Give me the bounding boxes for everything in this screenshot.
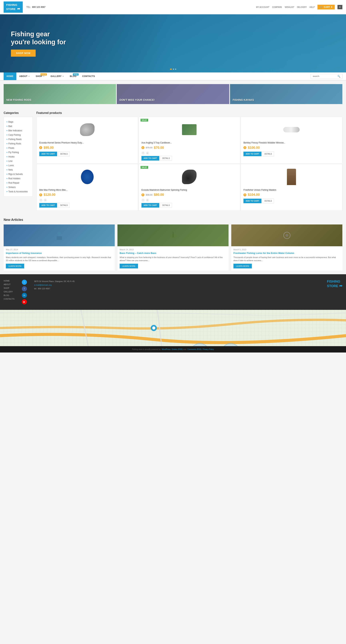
wishlist-icon-4[interactable]: ♡ [39,198,43,202]
footer-nav-shop[interactable]: SHOP [4,287,15,289]
category-hooks[interactable]: Hooks [7,154,30,159]
learn-more-button-2[interactable]: LEARN MORE [120,264,138,268]
category-bite-indicators[interactable]: Bite Indicators [7,128,30,133]
hero-title: Fishing gear you're looking for [11,30,66,46]
details-button-6[interactable]: DETAILS [263,198,274,204]
wishlist-icon-5[interactable]: ♡ [141,198,145,202]
cart-dropdown-button[interactable]: ▼ [337,5,342,9]
top-bar-right: MY ACCOUNT COMPARE WISHLIST DELIVERY HEL… [256,5,342,10]
comments-rss-link[interactable]: Comments (RSS) [187,348,202,350]
nav-home[interactable]: HOME [4,72,16,80]
my-account-link[interactable]: MY ACCOUNT [256,6,269,8]
category-rigs-swivels[interactable]: Rigs & Swivels [7,172,30,176]
learn-more-button-3[interactable]: LEARN MORE [233,264,252,268]
add-to-cart-button-2[interactable]: ADD TO CART [141,156,159,160]
cart-icon: 🛒 [320,6,323,8]
wishlist-icon-2[interactable]: ♡ [141,152,145,155]
nav-about[interactable]: ABOUT ▼ [16,72,33,80]
search-icon[interactable]: 🔍 [337,75,340,78]
top-bar: FISHING STORE ➦ TEL: 800 123 4567 MY ACC… [0,0,346,14]
compare-icon-5[interactable]: ≡ [146,198,149,202]
article-title-3[interactable]: Freshwater Fishing Lures for the Entire … [233,252,340,254]
facebook-button[interactable]: f [22,286,27,291]
entries-rss-link[interactable]: Entries (RSS) [172,348,183,350]
compare-link[interactable]: COMPARE [272,6,282,8]
footer-nav-contacts[interactable]: CONTACTS [4,298,15,300]
footer-nav-gallery[interactable]: GALLERY [4,290,15,293]
linkedin-button[interactable]: in [22,293,27,298]
twitter-button[interactable]: t [22,280,27,285]
add-to-cart-button-1[interactable]: ADD TO CART [39,152,57,156]
category-line[interactable]: Line [7,159,30,163]
category-fishing-rods[interactable]: Fishing Rods [7,142,30,146]
details-button-3[interactable]: DETAILS [263,152,274,156]
spinner-image [182,170,197,184]
nav-contacts[interactable]: CONTACTS [79,72,98,80]
banner-new-rods[interactable]: NEW FISHING RODS [4,84,116,104]
hero-dot-1[interactable] [170,69,172,70]
nav-shop[interactable]: SALE SHOP ▼ [33,72,48,80]
footer-logo: FISHING STORE ➦ [327,280,342,288]
footer-nav-home[interactable]: HOME [4,280,15,282]
compare-icon-2[interactable]: ≡ [146,152,149,155]
category-tools[interactable]: Tools & Accessories [7,190,30,194]
youtube-button[interactable]: ▶ [22,299,27,304]
details-button-2[interactable]: DETAILS [160,156,172,161]
logo[interactable]: FISHING STORE ➦ [4,2,23,13]
price-icon-5: $ [141,194,144,196]
help-link[interactable]: HELP [309,6,315,8]
category-bait[interactable]: Bait [7,124,30,128]
details-button-4[interactable]: DETAILS [58,203,70,208]
banner-kayaks[interactable]: FISHING KAYAKS [230,84,342,104]
add-to-cart-button-6[interactable]: ADD TO CART [243,199,261,203]
article-body-2: March 14, 2013 Bass Fishing – Catch more… [117,246,229,270]
category-nets[interactable]: Nets [7,168,30,172]
category-rod-holders[interactable]: Rod Holders [7,176,30,181]
footer-address: 9870 St Vincent Place, Glasgow, DC 45 Fr… [34,280,75,283]
product-image-3 [243,120,339,140]
article-excerpt-3: Thousands of people dream of having thei… [233,256,340,262]
hero-dot-3[interactable] [175,69,176,70]
category-fly-fishing[interactable]: Fly Fishing [7,150,30,154]
privacy-policy-link[interactable]: Privacy Policy [203,348,214,350]
price-current-1: $95.00 [44,146,54,150]
footer-nav: HOME ABOUT SHOP GALLERY BLOG CONTACTS [4,280,15,304]
search-input[interactable] [313,75,336,78]
nav-blog[interactable]: NEW BLOG [67,72,79,80]
category-bags[interactable]: Bags [7,120,30,124]
details-button-5[interactable]: DETAILS [160,203,172,208]
article-title-2[interactable]: Bass Fishing – Catch more Bass [120,252,226,254]
footer-contact: 9870 St Vincent Place, Glasgow, DC 45 Fr… [34,280,75,304]
hero-dots [170,69,176,70]
add-to-cart-button-4[interactable]: ADD TO CART [39,203,57,208]
compare-icon-4[interactable]: ≡ [44,198,47,202]
shop-now-button[interactable]: SHOP NOW [11,50,36,57]
category-rod-repair[interactable]: Rod Repair [7,181,30,185]
nav-gallery[interactable]: GALLERY ▼ [48,72,67,80]
category-lures[interactable]: Lures [7,163,30,168]
add-to-cart-button-5[interactable]: ADD TO CART [141,203,159,208]
category-floats[interactable]: Floats [7,146,30,150]
product-image-4 [39,167,135,187]
product-card-3: Berkley Frenzy Firestick Wobbler Minnow.… [241,117,342,164]
learn-more-button-1[interactable]: LEARN MORE [6,264,24,268]
footer-nav-blog[interactable]: BLOG [4,294,15,296]
footer-nav-about[interactable]: ABOUT [4,283,15,286]
add-to-cart-button-3[interactable]: ADD TO CART [243,152,261,156]
cart-count: 0 [331,6,332,8]
article-title-1[interactable]: Importance of fishing insurance [6,252,113,254]
category-carp-fishing[interactable]: Carp Fishing [7,133,30,137]
category-fishing-reels[interactable]: Fishing Reels [7,137,30,142]
wordpress-link[interactable]: WordPress [162,348,170,350]
product-image-1 [39,120,135,140]
delivery-link[interactable]: DELIVERY [297,6,307,8]
wishlist-link[interactable]: WISHLIST [285,6,294,8]
category-sinkers[interactable]: Sinkers [7,185,30,190]
hero-dot-2[interactable] [173,69,174,70]
footer-email-link[interactable]: e-mail@domain.org [34,284,52,286]
product-name-3: Berkley Frenzy Firestick Wobbler Minnow.… [243,142,339,144]
cart-button[interactable]: 🛒 CART 0 [317,5,335,10]
banner-chance[interactable]: DON'T MISS YOUR CHANCE! [117,84,229,104]
details-button-1[interactable]: DETAILS [58,152,70,156]
nav-about-chevron: ▼ [28,75,30,77]
